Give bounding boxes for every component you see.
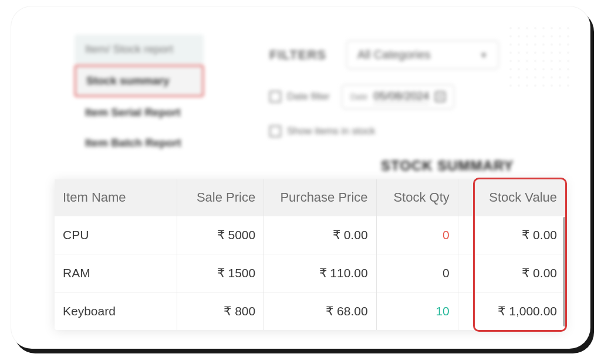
filters-panel: FILTERS All Categories ▼ Date filter Dat… [269,40,551,137]
cell-stock-qty: 10 [376,292,458,331]
checkbox-icon [269,91,281,103]
show-in-stock-checkbox[interactable]: Show items in stock [269,125,375,137]
sidebar-item-serial-report[interactable]: Item Serial Report [75,98,204,127]
header-stock-value[interactable]: Stock Value [458,179,565,216]
filters-label: FILTERS [269,47,326,63]
date-filter-checkbox[interactable]: Date filter [269,91,330,103]
header-sale-price[interactable]: Sale Price [177,179,264,216]
cell-sale-price: ₹ 800 [177,292,264,331]
cell-stock-qty: 0 [376,254,458,292]
report-sidebar: Item/ Stock report Stock summary Item Se… [75,35,204,159]
cell-sale-price: ₹ 5000 [177,216,264,254]
date-filter-label: Date filter [287,91,330,103]
header-item-name[interactable]: Item Name [55,179,177,216]
table-header-row: Item Name Sale Price Purchase Price Stoc… [55,179,565,216]
checkbox-icon [269,125,281,137]
cell-stock-value: ₹ 1,000.00 [458,292,565,331]
chevron-down-icon: ▼ [480,50,488,60]
show-in-stock-label: Show items in stock [287,125,375,137]
table-row[interactable]: Keyboard ₹ 800 ₹ 68.00 10 ₹ 1,000.00 [55,292,565,331]
date-prefix: Date [350,92,368,101]
cell-stock-value: ₹ 0.00 [458,254,565,292]
cell-stock-value: ₹ 0.00 [458,216,565,254]
date-input[interactable]: Date 05/08/2024 [342,84,455,109]
stock-summary-table: Item Name Sale Price Purchase Price Stoc… [55,179,565,330]
category-select[interactable]: All Categories ▼ [346,40,499,69]
cell-sale-price: ₹ 1500 [177,254,264,292]
table-row[interactable]: CPU ₹ 5000 ₹ 0.00 0 ₹ 0.00 [55,216,565,254]
report-card: Item/ Stock report Stock summary Item Se… [11,6,590,349]
table-row[interactable]: RAM ₹ 1500 ₹ 110.00 0 ₹ 0.00 [55,254,565,292]
cell-item-name: Keyboard [55,292,177,331]
cell-stock-qty: 0 [376,216,458,254]
sidebar-item-stock-summary[interactable]: Stock summary [75,65,204,97]
header-stock-qty[interactable]: Stock Qty [376,179,458,216]
cell-item-name: RAM [55,254,177,292]
page-title: STOCK SUMMARY [381,158,514,174]
sidebar-item-stock-report[interactable]: Item/ Stock report [75,35,204,64]
header-purchase-price[interactable]: Purchase Price [264,179,376,216]
scrollbar[interactable] [563,217,566,326]
cell-purchase-price: ₹ 0.00 [264,216,376,254]
date-value: 05/08/2024 [373,90,429,104]
category-value: All Categories [357,48,431,62]
calendar-icon [435,91,445,102]
cell-purchase-price: ₹ 110.00 [264,254,376,292]
cell-purchase-price: ₹ 68.00 [264,292,376,331]
sidebar-item-batch-report[interactable]: Item Batch Report [75,128,204,158]
cell-item-name: CPU [55,216,177,254]
